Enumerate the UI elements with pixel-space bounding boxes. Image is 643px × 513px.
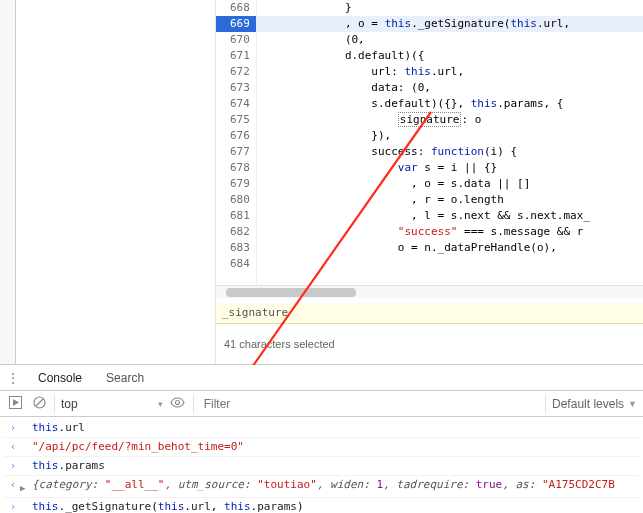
line-number[interactable]: 668 (230, 0, 250, 16)
h-scrollbar-thumb[interactable] (226, 288, 356, 297)
line-number[interactable]: 681 (230, 208, 250, 224)
console-body[interactable]: ›this.url‹"/api/pc/feed/?min_behot_time=… (0, 417, 643, 513)
left-gutter (0, 0, 16, 364)
code-line[interactable]: , l = s.next && s.next.max_ (345, 208, 643, 224)
code-line[interactable]: , r = o.length (345, 192, 643, 208)
console-row-marker: ‹ (6, 438, 20, 456)
line-number[interactable]: 682 (230, 224, 250, 240)
console-row-text: this._getSignature(this.url, this.params… (32, 498, 637, 513)
drag-handle-icon[interactable]: ⋮ (0, 372, 26, 384)
code-line[interactable]: } (345, 0, 643, 16)
tab-console[interactable]: Console (26, 365, 94, 391)
expand-icon[interactable] (20, 438, 32, 441)
code-area: 6686696706716726736746756766776786796806… (216, 0, 643, 364)
code-line[interactable]: var s = i || {} (345, 160, 643, 176)
code-line[interactable]: signature: o (345, 112, 643, 128)
console-row[interactable]: ‹▶{category: "__all__", utm_source: "tou… (4, 476, 639, 498)
code-line[interactable]: , o = this._getSignature(this.url, (257, 16, 643, 32)
expand-icon[interactable] (20, 419, 32, 422)
code-lines[interactable]: }, o = this._getSignature(this.url, (0,d… (257, 0, 643, 285)
svg-line-5 (36, 399, 43, 406)
code-line[interactable] (345, 256, 643, 272)
chevron-down-icon: ▾ (158, 399, 163, 409)
log-levels-label: Default levels (552, 397, 624, 411)
code-pane: 6686696706716726736746756766776786796806… (0, 0, 643, 365)
line-number[interactable]: 670 (230, 32, 250, 48)
code-line[interactable]: "success" === s.message && r (345, 224, 643, 240)
code-line[interactable]: , o = s.data || [] (345, 176, 643, 192)
console-toolbar: top ▾ Default levels ▼ (0, 391, 643, 417)
console-row[interactable]: ›this.params (4, 457, 639, 476)
line-number[interactable]: 676 (230, 128, 250, 144)
code-line[interactable]: }), (345, 128, 643, 144)
console-row-text: "/api/pc/feed/?min_behot_time=0" (32, 438, 637, 456)
line-number[interactable]: 677 (230, 144, 250, 160)
activity-strip (16, 0, 216, 364)
console-row-marker: ‹ (6, 476, 20, 494)
clear-console-icon[interactable] (30, 396, 48, 412)
chevron-down-icon: ▼ (628, 399, 637, 409)
console-row[interactable]: ‹"/api/pc/feed/?min_behot_time=0" (4, 438, 639, 457)
drawer-tabs: ⋮ Console Search (0, 365, 643, 391)
code-line[interactable]: o = n._dataPreHandle(o), (345, 240, 643, 256)
code-line[interactable]: (0, (345, 32, 643, 48)
code-line[interactable]: success: function(i) { (345, 144, 643, 160)
line-number[interactable]: 680 (230, 192, 250, 208)
line-number[interactable]: 671 (230, 48, 250, 64)
highlight-word[interactable]: _signature (216, 303, 643, 324)
context-select-label: top (61, 397, 78, 411)
console-row-marker: › (6, 498, 20, 513)
line-number[interactable]: 679 (230, 176, 250, 192)
play-icon[interactable] (6, 396, 24, 412)
h-scrollbar[interactable] (216, 285, 643, 298)
line-number[interactable]: 674 (230, 96, 250, 112)
line-number[interactable]: 672 (230, 64, 250, 80)
expand-icon[interactable] (20, 498, 32, 501)
eye-icon[interactable] (169, 397, 187, 411)
expand-icon[interactable] (20, 457, 32, 460)
code-line[interactable]: s.default)({}, this.params, { (345, 96, 643, 112)
console-row[interactable]: ›this._getSignature(this.url, this.param… (4, 498, 639, 513)
line-number[interactable]: 669 (216, 16, 256, 32)
line-number[interactable]: 673 (230, 80, 250, 96)
console-row-marker: › (6, 419, 20, 437)
line-number[interactable]: 684 (230, 256, 250, 272)
line-number[interactable]: 678 (230, 160, 250, 176)
console-row-text: this.url (32, 419, 637, 437)
selection-status: 41 characters selected (216, 334, 643, 356)
expand-icon[interactable]: ▶ (20, 476, 32, 497)
line-number[interactable]: 675 (230, 112, 250, 128)
code-line[interactable]: data: (0, (345, 80, 643, 96)
line-numbers: 6686696706716726736746756766776786796806… (216, 0, 257, 285)
code-scroll[interactable]: 6686696706716726736746756766776786796806… (216, 0, 643, 285)
code-line[interactable]: url: this.url, (345, 64, 643, 80)
console-row[interactable]: ›this.url (4, 419, 639, 438)
filter-input[interactable] (200, 395, 539, 413)
console-row-marker: › (6, 457, 20, 475)
svg-point-6 (176, 400, 180, 404)
tab-search[interactable]: Search (94, 365, 156, 391)
code-line[interactable]: d.default)({ (345, 48, 643, 64)
log-levels-select[interactable]: Default levels ▼ (552, 397, 637, 411)
context-select[interactable]: top ▾ (61, 397, 163, 411)
svg-marker-3 (13, 399, 19, 406)
line-number[interactable]: 683 (230, 240, 250, 256)
console-row-text: {category: "__all__", utm_source: "touti… (32, 476, 637, 494)
console-row-text: this.params (32, 457, 637, 475)
